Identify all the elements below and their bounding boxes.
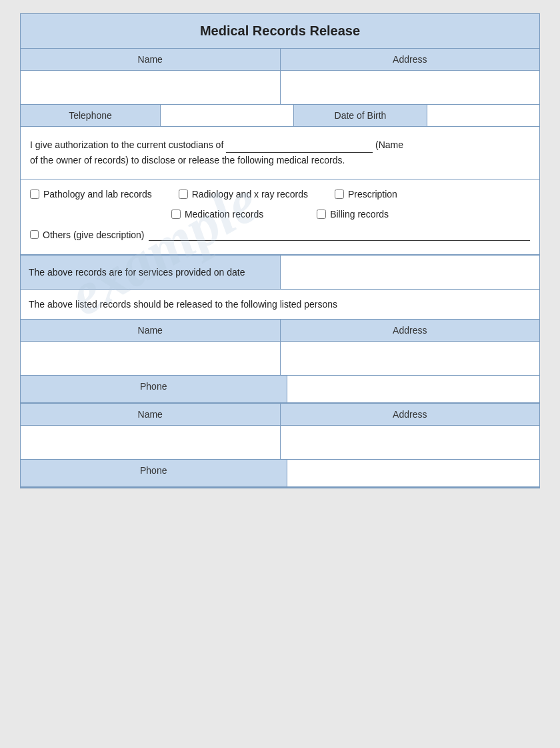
- radiology-checkbox-item: Radiology and x ray records: [179, 189, 308, 200]
- recipient-1-phone-row: Phone: [21, 376, 539, 403]
- form-wrapper: example Medical Records Release Name Add…: [20, 13, 540, 488]
- recipient-1-label-row: Name Address: [21, 320, 539, 342]
- address-label: Address: [280, 49, 540, 70]
- recipient-1-data-row: [21, 342, 539, 376]
- name-label: Name: [21, 49, 280, 70]
- recipient-2-phone-input[interactable]: [287, 460, 540, 486]
- dob-label: Date of Birth: [294, 105, 427, 126]
- checkbox-row-1: Pathology and lab records Radiology and …: [30, 189, 530, 200]
- auth-text-line1: I give authorization to the current cust…: [30, 139, 223, 150]
- recipient-2-phone-label: Phone: [21, 460, 287, 486]
- medication-label: Medication records: [185, 209, 263, 220]
- recipient-2-phone-row: Phone: [21, 460, 539, 487]
- services-date-input[interactable]: [281, 256, 539, 289]
- recipient-block-1: Name Address Phone: [21, 320, 539, 404]
- address-input-cell[interactable]: [280, 71, 540, 104]
- pathology-label: Pathology and lab records: [43, 189, 152, 200]
- form-title: Medical Records Release: [21, 14, 539, 49]
- recipient-1-name-input[interactable]: [21, 342, 280, 375]
- custodian-name-field[interactable]: [226, 137, 373, 153]
- recipient-1-address-input[interactable]: [280, 342, 540, 375]
- name-input-cell[interactable]: [21, 71, 280, 104]
- recipient-1-phone-label: Phone: [21, 376, 287, 402]
- prescription-checkbox[interactable]: [335, 190, 344, 199]
- auth-text-line2: of the owner of records) to disclose or …: [30, 155, 345, 165]
- services-label: The above records are for services provi…: [21, 256, 281, 289]
- name-address-label-row: Name Address: [21, 49, 539, 71]
- prescription-checkbox-item: Prescription: [335, 189, 397, 200]
- others-row: Others (give description): [30, 229, 530, 241]
- tel-dob-row: Telephone Date of Birth: [21, 105, 539, 127]
- dob-input-cell[interactable]: [427, 105, 539, 126]
- checkbox-section: Pathology and lab records Radiology and …: [21, 179, 539, 255]
- telephone-input-cell[interactable]: [161, 105, 294, 126]
- auth-section: I give authorization to the current cust…: [21, 127, 539, 179]
- radiology-label: Radiology and x ray records: [192, 189, 308, 200]
- release-text: The above listed records should be relea…: [29, 299, 337, 310]
- others-checkbox[interactable]: [30, 230, 39, 239]
- recipient-1-phone-input[interactable]: [287, 376, 540, 402]
- recipient-2-address-input[interactable]: [280, 426, 540, 459]
- others-description-field[interactable]: [149, 229, 530, 241]
- form-container: Medical Records Release Name Address Tel…: [20, 13, 540, 488]
- recipient-1-address-label: Address: [280, 320, 540, 341]
- services-row: The above records are for services provi…: [21, 255, 539, 290]
- prescription-label: Prescription: [348, 189, 397, 200]
- telephone-label: Telephone: [21, 105, 161, 126]
- name-address-input-row: [21, 71, 539, 105]
- recipient-2-data-row: [21, 426, 539, 460]
- recipient-1-name-label: Name: [21, 320, 280, 341]
- auth-text-suffix: (Name: [375, 139, 403, 150]
- recipient-2-name-label: Name: [21, 404, 280, 425]
- billing-label: Billing records: [330, 209, 389, 220]
- pathology-checkbox[interactable]: [30, 190, 39, 199]
- recipient-block-2: Name Address Phone: [21, 404, 539, 488]
- billing-checkbox-item: Billing records: [317, 209, 389, 220]
- medication-checkbox-item: Medication records: [171, 209, 263, 220]
- billing-checkbox[interactable]: [317, 210, 326, 219]
- others-label: Others (give description): [43, 230, 145, 240]
- pathology-checkbox-item: Pathology and lab records: [30, 189, 152, 200]
- checkbox-row-2: Medication records Billing records: [30, 209, 530, 220]
- recipient-2-address-label: Address: [280, 404, 540, 425]
- recipient-2-label-row: Name Address: [21, 404, 539, 426]
- radiology-checkbox[interactable]: [179, 190, 188, 199]
- release-section: The above listed records should be relea…: [21, 290, 539, 320]
- recipient-2-name-input[interactable]: [21, 426, 280, 459]
- medication-checkbox[interactable]: [171, 210, 181, 219]
